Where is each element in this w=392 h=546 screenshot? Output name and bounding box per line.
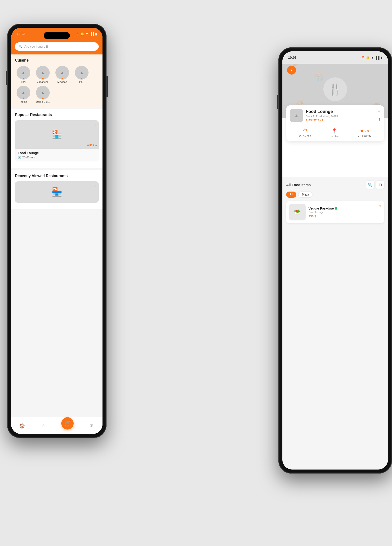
- foods-section: All Food Items 🔍 ⊟ All Pizza: [283, 177, 388, 469]
- clock-meta-icon: ⏱: [303, 128, 308, 134]
- filter-chips: All Pizza: [286, 192, 384, 198]
- food-heart-icon[interactable]: ♥: [379, 204, 382, 208]
- filter-icon: ⊟: [379, 182, 382, 187]
- restaurant-info: Food Lounge 🕐 25-45-min: [15, 149, 99, 162]
- chip-pizza[interactable]: Pizza: [298, 192, 312, 198]
- bag-icon: 🛍: [90, 423, 94, 428]
- search-icon: 🔍: [19, 45, 22, 48]
- foods-header: All Food Items 🔍 ⊟: [286, 181, 384, 189]
- cuisine-mexican-label: Mexican: [58, 80, 67, 83]
- popular-section: Popular Restaurants 🏪 ♥ 0.53 km Food Lou…: [11, 109, 103, 168]
- food-item-veggie-paradise[interactable]: 🥗 Veggie Paradise Food Lounge 230 $ ♥ +: [286, 201, 384, 223]
- meta-location-label: Location: [329, 135, 340, 137]
- star-icon: ★: [360, 128, 364, 133]
- restaurant-image: 🏪 ♥ 0.53 km: [15, 120, 99, 149]
- cuisine-item-demo[interactable]: Demo Cui...: [34, 86, 51, 103]
- cart-icon: 🛒: [64, 420, 71, 426]
- restaurant-meta-row: ⏱ 25-45-min 📍 Location ★ 0.0 0 + Ratings: [290, 125, 380, 137]
- meta-ratings: ★ 0.0 0 + Ratings: [358, 128, 371, 137]
- search-bar-container: 🔍 Are you hungry !!: [11, 40, 103, 54]
- restaurant-start-from: Start From 0 $: [306, 118, 375, 121]
- heart-nav-icon: ♡: [41, 423, 45, 429]
- restaurant-share-icon[interactable]: ⤴: [379, 117, 380, 122]
- p2-wifi-icon: ▼: [371, 56, 374, 59]
- wifi-icon: ▼: [85, 32, 89, 36]
- home-icon: 🏠: [19, 423, 25, 429]
- food-item-info: Veggie Paradise Food Lounge 230 $: [308, 207, 376, 218]
- signal-icon: ▐▐: [90, 32, 94, 36]
- filter-foods-button[interactable]: ⊟: [376, 181, 384, 189]
- meta-time-label: 25-45-min: [299, 135, 311, 137]
- recent-restaurant-image: 🏪 ♥: [15, 181, 99, 203]
- cuisine-item-mexican[interactable]: Mexican: [54, 66, 71, 83]
- recent-heart-icon: ♥: [94, 183, 97, 188]
- ratings-label: 0 + Ratings: [358, 134, 371, 137]
- store-icon: 🏪: [51, 130, 62, 139]
- cuisine-item-italian[interactable]: Ita...: [73, 66, 90, 83]
- search-input[interactable]: 🔍 Are you hungry !!: [15, 42, 99, 51]
- cuisine-indian-label: Indian: [20, 100, 27, 103]
- phone-1-time: 10:28: [17, 32, 25, 36]
- restaurant-thumbnail: ▲: [290, 109, 303, 122]
- location-meta-icon: 📍: [331, 128, 337, 134]
- cuisine-item-indian[interactable]: Indian: [15, 86, 32, 103]
- recently-viewed-section: Recently Viewed Restaurants 🏪 ♥: [11, 170, 103, 209]
- food-item-thumbnail: 🥗: [289, 204, 306, 221]
- nav-favorites[interactable]: ♡: [41, 423, 45, 429]
- phone-1-screen: 10:28 📍 🔔 ▼ ▐▐ ▮ 🔍 Are you hungry !!: [11, 28, 103, 434]
- nav-home[interactable]: 🏠: [19, 423, 25, 429]
- meta-location[interactable]: 📍 Location: [329, 128, 340, 137]
- cuisine-item-thai[interactable]: Thai: [15, 66, 32, 83]
- phone-2-inner: 10:06 📍 🔔 ▼ ▐▐ ▮ 🍞 🥐 🍕 🍜 🧁: [280, 49, 391, 472]
- restaurant-card-food-lounge[interactable]: 🏪 ♥ 0.53 km Food Lounge 🕐 25-45-min: [15, 120, 99, 162]
- p2-signal-icon: ▐▐: [375, 56, 379, 59]
- cuisine-italian-icon: [75, 66, 89, 79]
- popular-title: Popular Restaurants: [15, 113, 99, 117]
- bottom-nav: 🏠 ♡ 🛒 🛍: [11, 417, 103, 434]
- phone-1-inner: 10:28 📍 🔔 ▼ ▐▐ ▮ 🔍 Are you hungry !!: [8, 25, 105, 437]
- cuisine-grid: Thai Japanese Mexican: [15, 66, 99, 103]
- cuisine-section: Cuisine Thai Japanese: [11, 54, 103, 107]
- fork-knife-icon: 🍴: [328, 82, 342, 96]
- restaurant-time: 🕐 25-45-min: [18, 156, 96, 159]
- add-to-cart-button[interactable]: +: [373, 212, 380, 220]
- foods-title: All Food Items: [286, 183, 311, 187]
- cuisine-demo-label: Demo Cui...: [36, 100, 50, 103]
- notification-icon: 🔔: [80, 32, 84, 36]
- phone-2-frame: 10:06 📍 🔔 ▼ ▐▐ ▮ 🍞 🥐 🍕 🍜 🧁: [278, 47, 392, 474]
- cuisine-indian-icon: [17, 86, 30, 99]
- cuisine-mexican-icon: [55, 66, 69, 79]
- restaurant-detail-name: Food Lounge: [306, 109, 375, 114]
- vegetarian-indicator: [335, 207, 337, 209]
- nav-cart-fab[interactable]: 🛒: [61, 417, 74, 429]
- distance-badge: 0.53 km: [87, 144, 97, 147]
- cuisine-item-japanese[interactable]: Japanese: [34, 66, 51, 83]
- cuisine-italian-label: Ita...: [79, 80, 84, 83]
- food-item-name: Veggie Paradise: [308, 207, 376, 210]
- phone-1-frame: 10:28 📍 🔔 ▼ ▐▐ ▮ 🔍 Are you hungry !!: [7, 24, 107, 438]
- restaurant-name: Food Lounge: [18, 151, 96, 155]
- recently-viewed-title: Recently Viewed Restaurants: [15, 174, 99, 178]
- cuisine-demo-icon: [36, 86, 50, 99]
- phone-1-dynamic-island: [44, 32, 70, 39]
- phone-2-status-icons: 📍 🔔 ▼ ▐▐ ▮: [361, 56, 382, 59]
- restaurant-details: Food Lounge Block A, Food street, 94025 …: [306, 109, 375, 121]
- p2-battery-icon: ▮: [381, 56, 382, 59]
- recent-store-icon: 🏪: [51, 187, 62, 197]
- nav-orders[interactable]: 🛍: [90, 423, 94, 428]
- search-foods-button[interactable]: 🔍: [366, 181, 374, 189]
- chip-all[interactable]: All: [286, 192, 296, 198]
- cuisine-japanese-icon: [36, 66, 50, 79]
- p2-notification-icon: 🔔: [366, 56, 370, 59]
- restaurant-heart-icon[interactable]: ♥: [378, 109, 380, 114]
- restaurant-detail-card: ▲ Food Lounge Block A, Food street, 9402…: [286, 105, 384, 141]
- phone-1-status-icons: 📍 🔔 ▼ ▐▐ ▮: [76, 32, 97, 36]
- cuisine-japanese-label: Japanese: [37, 80, 49, 83]
- cuisine-title: Cuisine: [15, 58, 99, 63]
- location-pin-icon: 📍: [76, 32, 79, 36]
- recent-restaurant-card[interactable]: 🏪 ♥: [15, 181, 99, 203]
- search-placeholder: Are you hungry !!: [24, 45, 48, 48]
- back-button[interactable]: ‹: [287, 65, 296, 75]
- phone-2-screen: 10:06 📍 🔔 ▼ ▐▐ ▮ 🍞 🥐 🍕 🍜 🧁: [283, 51, 388, 469]
- restaurant-address: Block A, Food street, 94025: [306, 115, 375, 118]
